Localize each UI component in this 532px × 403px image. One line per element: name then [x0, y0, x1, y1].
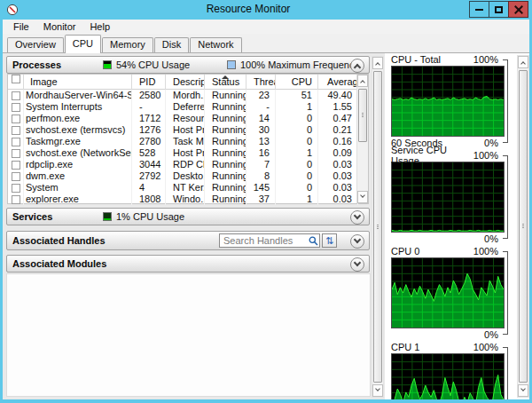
process-table-header: Image PID Descrip... Status Threads CPU …	[8, 75, 368, 90]
services-panel-header: Services 1% CPU Usage	[6, 208, 370, 225]
table-row[interactable]: Taskmgr.exe2780Task M...Running1300.16	[8, 136, 368, 147]
chevron-down-icon	[520, 386, 526, 391]
resource-monitor-icon	[6, 4, 19, 16]
graph-pane-scrollbar[interactable]	[517, 55, 529, 398]
table-row[interactable]: MordhauServer-Win64-Ship...2580Mordh...R…	[8, 90, 368, 101]
minimize-button[interactable]	[469, 1, 489, 18]
services-expand-button[interactable]	[350, 210, 364, 225]
left-pane-scrollbar[interactable]	[372, 56, 384, 398]
select-all-checkbox[interactable]	[12, 75, 20, 83]
table-cell: 145	[246, 182, 276, 194]
table-row[interactable]: svchost.exe (NetworkService)528Host Pr..…	[8, 147, 368, 159]
chevron-down-icon	[354, 259, 361, 266]
table-cell: svchost.exe (NetworkService)	[24, 147, 132, 159]
tab-cpu[interactable]: CPU	[65, 35, 101, 53]
column-header-cpu[interactable]: CPU	[276, 75, 318, 90]
row-checkbox[interactable]	[12, 126, 20, 135]
table-row[interactable]: dwm.exe2792Deskto...Running800.03	[8, 170, 368, 182]
graph-pane-scroll-down-button[interactable]	[518, 384, 528, 397]
close-button[interactable]	[508, 1, 528, 18]
row-checkbox[interactable]	[12, 184, 20, 193]
row-checkbox[interactable]	[12, 138, 20, 146]
table-cell: 0.21	[318, 124, 358, 136]
table-cell: -	[132, 101, 166, 113]
max-frequency-label: 100% Maximum Frequency	[240, 59, 359, 70]
left-pane: Processes 54% CPU Usage 100% Maximum Fre…	[3, 53, 385, 399]
table-cell: 7	[246, 159, 276, 170]
table-cell: Running	[205, 147, 246, 159]
table-row[interactable]: perfmon.exe1712Resour...Running1400.47	[8, 113, 368, 124]
left-pane-scroll-down-button[interactable]	[372, 384, 383, 397]
process-table: Image PID Descrip... Status Threads CPU …	[7, 74, 369, 204]
table-cell: Deskto...	[166, 170, 205, 182]
row-checkbox[interactable]	[12, 172, 20, 181]
column-header-average[interactable]: Averag...	[318, 75, 358, 90]
table-cell: Running	[205, 182, 246, 194]
table-row[interactable]: System4NT Ker...Running14500.03	[8, 182, 368, 194]
row-checkbox[interactable]	[12, 91, 20, 100]
row-checkbox[interactable]	[12, 195, 20, 204]
cpu-1-chart	[392, 354, 504, 399]
table-row[interactable]: rdpclip.exe3044RDP Cli...Running700.03	[8, 159, 368, 170]
graph-canvas	[391, 353, 505, 399]
processes-collapse-button[interactable]	[350, 59, 364, 73]
menu-help[interactable]: Help	[82, 20, 117, 33]
table-scroll-down-button[interactable]	[357, 191, 368, 203]
table-cell: Running	[205, 136, 246, 147]
table-cell: RDP Cli...	[166, 159, 205, 170]
search-handles-input[interactable]	[219, 233, 320, 248]
table-scrollbar-thumb[interactable]	[358, 89, 367, 142]
table-cell: 1276	[132, 124, 166, 136]
table-scrollbar[interactable]	[356, 75, 368, 203]
search-icon[interactable]	[309, 236, 318, 246]
column-header-image[interactable]: Image	[24, 75, 132, 90]
scrollbar-grip	[377, 225, 379, 229]
row-checkbox[interactable]	[12, 161, 20, 170]
graph-axis-bracket	[503, 347, 508, 399]
tab-overview[interactable]: Overview	[7, 37, 64, 52]
table-row[interactable]: System Interrupts-Deferre...Running-11.5…	[8, 101, 368, 113]
table-cell: Host Pr...	[166, 124, 205, 136]
column-header-pid[interactable]: PID	[132, 75, 166, 90]
modules-expand-button[interactable]	[350, 257, 364, 272]
graph-pane: CPU - Total100% 60 Seconds0% Service CPU…	[387, 53, 529, 399]
table-cell: Task M...	[166, 136, 205, 147]
services-cpu-legend: 1% CPU Usage	[103, 211, 184, 222]
table-row[interactable]: svchost.exe (termsvcs)1276Host Pr...Runn…	[8, 124, 368, 136]
resource-monitor-window: Resource Monitor FileMonitorHelp Overvie…	[0, 0, 532, 403]
tab-network[interactable]: Network	[190, 37, 241, 52]
refresh-handles-button[interactable]: ⇅	[322, 233, 337, 248]
row-checkbox[interactable]	[12, 103, 20, 112]
menu-monitor[interactable]: Monitor	[36, 20, 83, 33]
handles-expand-button[interactable]	[350, 234, 364, 249]
left-pane-scroll-up-button[interactable]	[372, 57, 383, 69]
graph-cpu-1: CPU 1100%	[391, 341, 509, 399]
cpu-usage-label: 54% CPU Usage	[116, 59, 190, 70]
handles-panel-header: Associated Handles ⇅	[6, 231, 370, 250]
handles-search-area: ⇅	[219, 233, 337, 248]
column-header-description[interactable]: Descrip...	[166, 75, 205, 90]
services-cpu-mini-graph-icon	[103, 212, 112, 221]
table-row[interactable]: explorer.exe1808Windo...Running3710.03	[8, 194, 368, 205]
window-controls	[469, 1, 528, 18]
maximize-button[interactable]	[489, 1, 509, 18]
column-header-threads[interactable]: Threads	[246, 75, 276, 90]
column-header-status[interactable]: Status	[205, 75, 246, 90]
tab-memory[interactable]: Memory	[102, 37, 153, 52]
graph-title: CPU - Total	[391, 54, 441, 65]
row-checkbox[interactable]	[12, 149, 20, 158]
tab-disk[interactable]: Disk	[154, 37, 189, 52]
select-all-column-header[interactable]	[8, 75, 24, 90]
left-pane-scrollbar-thumb[interactable]	[373, 71, 382, 383]
row-checkbox[interactable]	[12, 115, 20, 123]
menu-file[interactable]: File	[6, 20, 36, 33]
graph-min-label: 0%	[484, 329, 498, 340]
graph-pane-scrollbar-thumb[interactable]	[519, 70, 528, 383]
graph-min-label: 0%	[484, 138, 498, 148]
table-scroll-up-button[interactable]	[357, 75, 368, 87]
graph-canvas	[391, 257, 505, 328]
maximize-icon	[495, 6, 503, 13]
graph-pane-scroll-up-button[interactable]	[518, 56, 528, 68]
title-bar[interactable]: Resource Monitor	[0, 0, 532, 20]
table-cell: 0	[276, 113, 318, 124]
